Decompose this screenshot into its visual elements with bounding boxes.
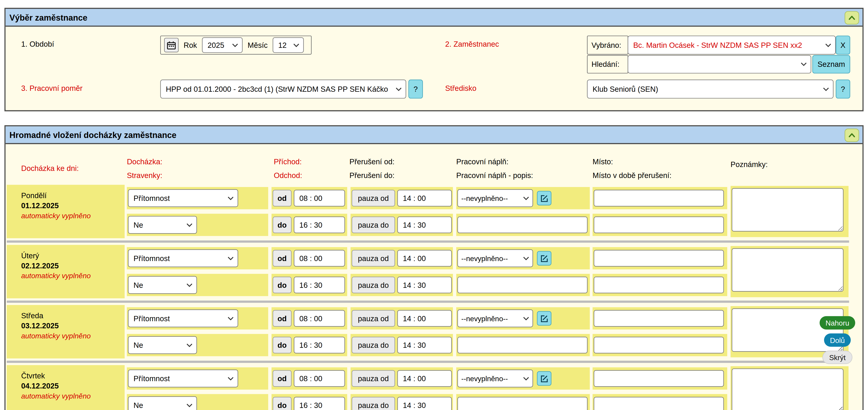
notes-textarea[interactable] bbox=[732, 188, 843, 232]
attendance-type-select[interactable]: Přítomnost bbox=[128, 250, 238, 267]
chevron-down-icon bbox=[186, 343, 193, 347]
break-end-tag: pauza do bbox=[351, 337, 395, 353]
break-place-input[interactable] bbox=[594, 216, 724, 233]
break-end-time-input[interactable] bbox=[397, 397, 452, 410]
employment-select[interactable]: HPP od 01.01.2000 - 2bc3cd (1) (StrW NZD… bbox=[160, 80, 406, 98]
edit-work-activity-button[interactable] bbox=[537, 311, 552, 326]
edit-work-activity-button[interactable] bbox=[537, 371, 552, 386]
employee-list-button[interactable]: Seznam bbox=[812, 55, 850, 74]
break-start-time-input[interactable] bbox=[397, 370, 452, 387]
employment-help-button[interactable]: ? bbox=[408, 80, 423, 98]
employee-search-select[interactable] bbox=[628, 55, 811, 74]
departure-tag: do bbox=[273, 397, 291, 410]
day-autofill-note: automaticky vyplněno bbox=[21, 391, 124, 401]
departure-time-input[interactable] bbox=[294, 276, 345, 293]
break-place-input[interactable] bbox=[594, 337, 724, 353]
attendance-type-select[interactable]: Přítomnost bbox=[128, 310, 238, 327]
arrival-cell: od bbox=[272, 368, 347, 390]
calendar-button[interactable] bbox=[164, 38, 179, 52]
header-arrival: Příchod: bbox=[274, 157, 302, 166]
arrival-tag: od bbox=[273, 190, 291, 207]
departure-cell: do bbox=[272, 214, 347, 236]
meal-voucher-select[interactable]: Ne bbox=[128, 396, 197, 410]
break-start-time-input[interactable] bbox=[397, 190, 452, 207]
arrival-time-input[interactable] bbox=[294, 310, 345, 327]
selected-employee-caption: Vybráno: bbox=[587, 36, 628, 55]
chevron-down-icon bbox=[186, 223, 193, 227]
day-autofill-note: automaticky vyplněno bbox=[21, 331, 124, 341]
edit-work-activity-button[interactable] bbox=[537, 191, 552, 205]
meal-voucher-select[interactable]: Ne bbox=[128, 276, 197, 294]
meal-voucher-select[interactable]: Ne bbox=[128, 336, 197, 354]
arrival-time-input[interactable] bbox=[294, 250, 345, 267]
day-cell: Středa 03.12.2025 automaticky vyplněno bbox=[7, 305, 125, 358]
departure-time-input[interactable] bbox=[294, 337, 345, 353]
collapse-panel-button[interactable] bbox=[845, 128, 859, 142]
hide-buttons-button[interactable]: Skrýt bbox=[823, 351, 852, 364]
selected-employee-select[interactable]: Bc. Martin Ocásek - StrW NZDM SAS PP SEN… bbox=[628, 36, 836, 55]
attendance-cell: Přítomnost bbox=[127, 187, 268, 209]
department-help-button[interactable]: ? bbox=[836, 80, 850, 98]
place-input[interactable] bbox=[594, 190, 724, 207]
bulk-attendance-panel: Hromadné vložení docházky zaměstnance Do… bbox=[4, 125, 863, 410]
meal-voucher-select[interactable]: Ne bbox=[128, 216, 197, 234]
chevron-down-icon bbox=[227, 377, 234, 380]
work-activity-select[interactable]: --nevyplněno-- bbox=[458, 370, 533, 387]
day-date: 02.12.2025 bbox=[21, 261, 124, 271]
attendance-type-select[interactable]: Přítomnost bbox=[128, 189, 238, 207]
collapse-panel-button[interactable] bbox=[845, 11, 859, 25]
year-select[interactable]: 2025 bbox=[202, 37, 243, 53]
break-end-time-input[interactable] bbox=[397, 276, 452, 293]
search-caption: Hledání: bbox=[587, 55, 628, 74]
notes-textarea[interactable] bbox=[732, 248, 843, 292]
row-separator bbox=[7, 360, 849, 363]
day-autofill-note: automaticky vyplněno bbox=[21, 211, 124, 221]
work-activity-desc-input[interactable] bbox=[458, 216, 588, 233]
break-end-tag: pauza do bbox=[351, 216, 395, 233]
arrival-time-input[interactable] bbox=[294, 370, 345, 387]
work-activity-select[interactable]: --nevyplněno-- bbox=[458, 189, 533, 207]
work-activity-desc-input[interactable] bbox=[458, 337, 588, 353]
edit-work-activity-button[interactable] bbox=[537, 251, 552, 265]
department-select[interactable]: Klub Seniorů (SEN) bbox=[587, 80, 834, 98]
chevron-down-icon bbox=[523, 377, 529, 380]
break-start-time-input[interactable] bbox=[397, 250, 452, 267]
place-input[interactable] bbox=[594, 310, 724, 327]
chevron-down-icon bbox=[523, 196, 529, 200]
work-activity-desc-input[interactable] bbox=[458, 397, 588, 410]
break-place-cell bbox=[593, 274, 727, 296]
employee-label: 2. Zaměstnanec bbox=[445, 40, 499, 48]
arrival-time-input[interactable] bbox=[294, 190, 345, 207]
notes-textarea[interactable] bbox=[732, 368, 843, 410]
chevron-down-icon bbox=[396, 87, 402, 91]
attendance-day-row: Pondělí 01.12.2025 automaticky vyplněno … bbox=[5, 185, 862, 238]
scroll-bottom-button[interactable]: Dolů bbox=[824, 333, 851, 347]
departure-time-input[interactable] bbox=[294, 216, 345, 233]
clear-employee-button[interactable]: X bbox=[836, 36, 850, 55]
scroll-top-button[interactable]: Nahoru bbox=[819, 316, 856, 329]
place-input[interactable] bbox=[594, 370, 724, 387]
place-input[interactable] bbox=[594, 250, 724, 267]
break-start-cell: pauza od bbox=[351, 247, 453, 269]
break-end-time-input[interactable] bbox=[397, 216, 452, 233]
day-date: 04.12.2025 bbox=[21, 381, 124, 391]
header-break-place: Místo v době přerušení: bbox=[593, 171, 672, 180]
departure-time-input[interactable] bbox=[294, 397, 345, 410]
break-end-time-input[interactable] bbox=[397, 337, 452, 353]
year-label: Rok bbox=[184, 41, 197, 49]
place-cell bbox=[593, 187, 727, 209]
break-end-cell: pauza do bbox=[351, 334, 453, 356]
work-activity-desc-input[interactable] bbox=[458, 276, 588, 293]
work-activity-select[interactable]: --nevyplněno-- bbox=[458, 310, 533, 327]
meal-voucher-cell: Ne bbox=[127, 214, 268, 236]
break-place-input[interactable] bbox=[594, 276, 724, 293]
day-cell: Čtvrtek 04.12.2025 automaticky vyplněno bbox=[7, 365, 125, 410]
break-start-time-input[interactable] bbox=[397, 310, 452, 327]
attendance-type-select[interactable]: Přítomnost bbox=[128, 370, 238, 387]
month-select[interactable]: 12 bbox=[273, 37, 304, 53]
work-activity-select[interactable]: --nevyplněno-- bbox=[458, 250, 533, 267]
attendance-app: Výběr zaměstnance 1. Období bbox=[0, 0, 868, 410]
notes-cell bbox=[731, 246, 848, 297]
chevron-down-icon bbox=[523, 316, 529, 320]
break-place-input[interactable] bbox=[594, 397, 724, 410]
